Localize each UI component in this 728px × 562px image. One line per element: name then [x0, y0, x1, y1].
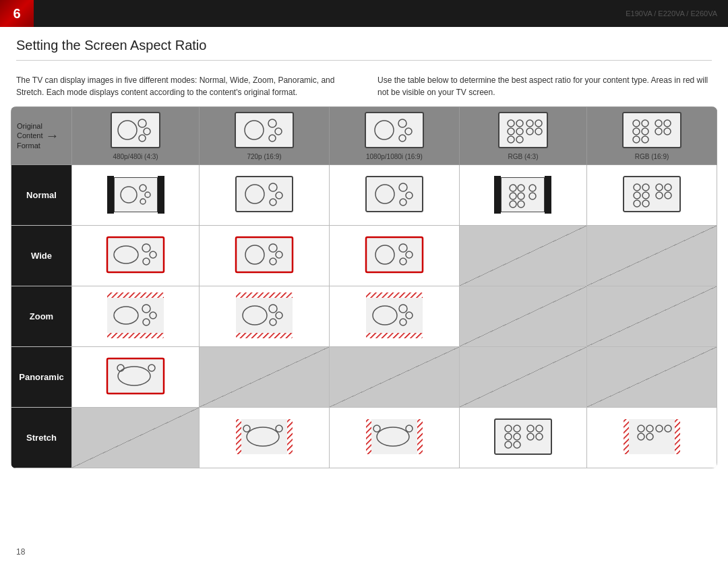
- normal-720p-cell: [200, 165, 330, 226]
- header-logo: 6: [0, 0, 34, 27]
- row-zoom: Zoom: [11, 286, 717, 347]
- stretch-rgb43-cell: [459, 408, 586, 468]
- col-label-720p: 720p (16:9): [202, 153, 326, 160]
- mode-label-wide: Wide: [11, 226, 72, 286]
- mode-label-normal: Normal: [11, 165, 72, 226]
- tv-normal-720p: [235, 175, 294, 213]
- tv-icon-rgb169: [621, 111, 682, 149]
- ocf-text: OriginalContentFormat: [17, 121, 43, 150]
- footer-page-number: 18: [16, 547, 25, 557]
- description-right: Use the table below to determine the bes…: [377, 74, 712, 98]
- normal-rgb169-cell: [587, 165, 717, 226]
- table-wrapper: OriginalContentFormat → 480p/480i (4:3): [0, 106, 728, 468]
- tv-wide-720p: [235, 235, 294, 275]
- col-header-rgb169: RGB (16:9): [587, 107, 717, 165]
- tv-stretch-720p: [235, 416, 294, 457]
- normal-1080p-cell: [330, 165, 460, 226]
- mode-label-panoramic: Panoramic: [11, 347, 72, 408]
- page-number: 6: [13, 6, 20, 22]
- svg-rect-0: [111, 113, 160, 148]
- tv-panoramic-480p: [106, 356, 165, 396]
- stretch-rgb169-cell: [587, 408, 717, 468]
- header-model: E190VA / E220VA / E260VA: [626, 9, 717, 18]
- zoom-720p-cell: [200, 286, 330, 347]
- panoramic-rgb43-cell: [459, 347, 586, 408]
- panoramic-480p-cell: [72, 347, 200, 408]
- table-header-row: OriginalContentFormat → 480p/480i (4:3): [11, 107, 717, 165]
- tv-stretch-rgb169: [622, 416, 681, 457]
- tv-zoom-480p: [106, 292, 165, 339]
- tv-stretch-rgb43: [493, 416, 553, 457]
- aspect-ratio-table: OriginalContentFormat → 480p/480i (4:3): [11, 106, 717, 468]
- svg-rect-89: [107, 298, 164, 333]
- stretch-720p-cell: [200, 408, 330, 468]
- tv-stretch-1080p: [365, 416, 424, 457]
- description-area: The TV can display images in five differ…: [0, 74, 728, 106]
- mode-label-zoom: Zoom: [11, 286, 72, 347]
- wide-1080p-cell: [330, 226, 460, 286]
- panoramic-1080p-cell: [330, 347, 460, 408]
- page-title: Setting the Screen Aspect Ratio: [16, 38, 712, 53]
- row-stretch: Stretch: [11, 408, 717, 468]
- tv-normal-1080p: [365, 175, 424, 213]
- col-header-720p: 720p (16:9): [200, 107, 330, 165]
- zoom-rgb169-cell: [587, 286, 717, 347]
- col-label-rgb43: RGB (4:3): [462, 153, 584, 160]
- tv-icon-720p: [234, 111, 295, 149]
- stretch-1080p-cell: [330, 408, 460, 468]
- svg-rect-26: [623, 113, 681, 148]
- svg-rect-137: [629, 419, 675, 454]
- wide-rgb43-cell: [459, 226, 586, 286]
- zoom-1080p-cell: [330, 286, 460, 347]
- tv-icon-480p: [109, 111, 162, 149]
- page-title-area: Setting the Screen Aspect Ratio: [0, 27, 728, 74]
- svg-rect-10: [365, 113, 423, 148]
- svg-rect-5: [235, 113, 293, 148]
- col-header-1080p: 1080p/1080i (16:9): [330, 107, 460, 165]
- row-normal: Normal: [11, 165, 717, 226]
- normal-480p-cell: [72, 165, 200, 226]
- wide-480p-cell: [72, 226, 200, 286]
- col-label-1080p: 1080p/1080i (16:9): [332, 153, 456, 160]
- mode-label-stretch: Stretch: [11, 408, 72, 468]
- description-left: The TV can display images in five differ…: [16, 74, 351, 98]
- tv-normal-rgb43: [494, 176, 551, 214]
- row-panoramic: Panoramic: [11, 347, 717, 408]
- page-footer: 18: [16, 547, 25, 557]
- ocf-label: OriginalContentFormat →: [17, 121, 66, 150]
- ocf-header-cell: OriginalContentFormat →: [11, 107, 72, 165]
- tv-zoom-720p: [235, 292, 294, 339]
- header-bar: 6 E190VA / E220VA / E260VA: [0, 0, 728, 27]
- wide-720p-cell: [200, 226, 330, 286]
- tv-wide-480p: [106, 235, 165, 275]
- svg-rect-103: [366, 298, 423, 333]
- wide-rgb169-cell: [587, 226, 717, 286]
- zoom-480p-cell: [72, 286, 200, 347]
- zoom-rgb43-cell: [459, 286, 586, 347]
- col-label-480p: 480p/480i (4:3): [75, 153, 196, 160]
- tv-normal-480p: [107, 176, 164, 214]
- arrow-icon: →: [46, 127, 59, 144]
- svg-rect-108: [107, 358, 164, 394]
- row-wide: Wide: [11, 226, 717, 286]
- tv-icon-1080p: [364, 111, 425, 149]
- panoramic-720p-cell: [200, 347, 330, 408]
- svg-rect-120: [371, 419, 417, 454]
- col-label-rgb169: RGB (16:9): [590, 153, 714, 160]
- normal-rgb43-cell: [459, 165, 586, 226]
- svg-rect-61: [624, 177, 680, 212]
- col-header-480p: 480p/480i (4:3): [72, 107, 200, 165]
- tv-zoom-1080p: [365, 292, 424, 339]
- stretch-480p-cell: [72, 408, 200, 468]
- tv-normal-rgb169: [622, 175, 681, 213]
- tv-wide-1080p: [365, 235, 424, 275]
- panoramic-rgb169-cell: [587, 347, 717, 408]
- tv-icon-rgb43: [496, 111, 550, 149]
- svg-rect-96: [236, 298, 293, 333]
- svg-rect-114: [241, 419, 287, 454]
- svg-rect-72: [107, 237, 164, 272]
- col-header-rgb43: RGB (4:3): [459, 107, 586, 165]
